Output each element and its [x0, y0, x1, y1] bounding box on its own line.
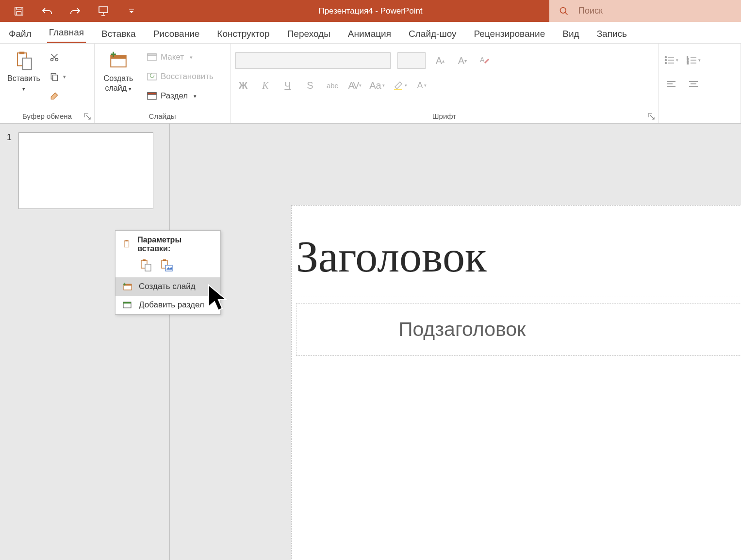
group-clipboard: Вставить▾ ▾ Буфер обмена: [0, 44, 95, 123]
new-slide-button[interactable]: Создать слайд ▾: [99, 47, 137, 93]
svg-rect-28: [124, 241, 129, 247]
svg-rect-8: [22, 58, 31, 70]
underline-button[interactable]: Ч: [280, 78, 296, 93]
slide-thumbnail[interactable]: [18, 132, 153, 209]
section-icon: [122, 301, 132, 309]
thumbnail-row[interactable]: 1: [7, 132, 163, 209]
svg-rect-1: [16, 7, 21, 10]
svg-rect-0: [15, 7, 23, 15]
paste-option-picture[interactable]: [160, 259, 174, 272]
align-left-icon: [666, 80, 676, 88]
group-slides: Создать слайд ▾ Макет ▾ Восстановить Раз…: [95, 44, 231, 123]
copy-button[interactable]: ▾: [47, 69, 69, 84]
save-icon[interactable]: [12, 4, 26, 18]
bullets-icon: [664, 56, 675, 64]
decrease-font-button[interactable]: A▾: [455, 53, 470, 68]
bold-button[interactable]: Ж: [235, 78, 251, 93]
slide-thumbnails-panel[interactable]: 1: [0, 124, 170, 560]
tab-insert[interactable]: Вставка: [99, 24, 138, 43]
svg-rect-32: [145, 264, 151, 271]
new-slide-icon: [108, 50, 129, 71]
tab-animations[interactable]: Анимация: [346, 24, 393, 43]
slide-subtitle-placeholder[interactable]: Подзаголовок: [296, 303, 741, 356]
tab-file[interactable]: Файл: [7, 24, 33, 43]
svg-rect-4: [129, 9, 134, 10]
slideshow-icon[interactable]: [96, 4, 111, 18]
group-label: Слайды: [99, 111, 225, 122]
shadow-button[interactable]: S: [302, 78, 318, 93]
increase-font-button[interactable]: A▴: [432, 53, 448, 68]
slide-number: 1: [7, 132, 12, 209]
context-new-slide[interactable]: Создать слайд: [115, 277, 220, 296]
font-size-select[interactable]: [397, 52, 426, 69]
highlight-icon: [392, 80, 404, 91]
dialog-launcher-icon[interactable]: [647, 112, 655, 120]
font-color-button[interactable]: A▾: [414, 78, 429, 93]
svg-rect-31: [143, 259, 146, 261]
tab-home[interactable]: Главная: [47, 22, 86, 43]
align-center-button[interactable]: [686, 77, 701, 92]
reset-button[interactable]: Восстановить: [144, 69, 216, 84]
copy-icon: [49, 72, 59, 81]
context-add-section[interactable]: Добавить раздел: [115, 296, 220, 314]
cut-button[interactable]: [47, 49, 69, 65]
paste-label: Вставить: [7, 74, 40, 82]
paste-button[interactable]: Вставить▾: [5, 47, 43, 93]
svg-point-24: [665, 63, 666, 64]
svg-rect-7: [19, 52, 25, 54]
ribbon-tabs: Файл Главная Вставка Рисование Конструкт…: [0, 22, 741, 44]
svg-rect-21: [394, 89, 402, 90]
new-slide-icon: [122, 282, 132, 291]
slide-canvas[interactable]: Заголовок Подзаголовок: [170, 124, 741, 560]
svg-point-5: [560, 7, 566, 13]
section-button[interactable]: Раздел ▾: [144, 88, 216, 104]
redo-icon[interactable]: [68, 4, 82, 18]
tab-slideshow[interactable]: Слайд-шоу: [407, 24, 459, 43]
numbering-icon: 123: [687, 56, 697, 64]
context-menu: Параметры вставки: Создать слайд Добавит…: [115, 230, 221, 315]
search-box[interactable]: [549, 0, 741, 22]
svg-text:3: 3: [687, 62, 689, 64]
slide-title-placeholder[interactable]: Заголовок: [296, 216, 741, 297]
clear-format-button[interactable]: A: [477, 53, 493, 68]
tab-record[interactable]: Запись: [595, 24, 629, 43]
italic-button[interactable]: К: [258, 78, 273, 93]
group-paragraph: ▾ 123▾: [659, 44, 741, 123]
group-label: Шрифт: [235, 111, 653, 122]
undo-icon[interactable]: [40, 4, 54, 18]
change-case-button[interactable]: Aa▾: [369, 78, 385, 93]
svg-rect-12: [53, 75, 58, 81]
layout-button[interactable]: Макет ▾: [144, 49, 216, 65]
svg-rect-34: [163, 259, 166, 261]
tab-draw[interactable]: Рисование: [151, 24, 202, 43]
paste-options-icon: [122, 240, 132, 249]
search-input[interactable]: [578, 6, 724, 16]
qat-more-icon[interactable]: [124, 4, 139, 18]
bullets-button[interactable]: ▾: [663, 52, 679, 68]
char-spacing-button[interactable]: AV▾: [347, 78, 362, 93]
strike-button[interactable]: abc: [325, 78, 340, 93]
dialog-launcher-icon[interactable]: [83, 112, 91, 120]
paste-icon: [14, 50, 34, 71]
svg-rect-17: [148, 73, 156, 80]
tab-view[interactable]: Вид: [560, 24, 581, 43]
reset-icon: [147, 73, 157, 80]
svg-rect-3: [99, 7, 108, 13]
paste-option-theme[interactable]: [140, 259, 153, 272]
tab-design[interactable]: Конструктор: [215, 24, 271, 43]
tab-review[interactable]: Рецензирование: [472, 24, 547, 43]
highlight-button[interactable]: ▾: [392, 78, 407, 93]
svg-rect-39: [123, 302, 131, 304]
font-name-select[interactable]: [235, 52, 391, 69]
brush-icon: [49, 91, 59, 101]
format-painter-button[interactable]: [47, 88, 69, 104]
tab-transitions[interactable]: Переходы: [285, 24, 332, 43]
numbering-button[interactable]: 123▾: [686, 52, 701, 68]
svg-point-23: [665, 60, 666, 61]
eraser-icon: A: [479, 55, 491, 66]
align-left-button[interactable]: [663, 77, 679, 92]
ribbon: Вставить▾ ▾ Буфер обмена Созд: [0, 44, 741, 124]
svg-text:A: A: [480, 56, 485, 64]
workspace: 1 Заголовок Подзаголовок: [0, 124, 741, 560]
search-icon: [559, 6, 569, 16]
